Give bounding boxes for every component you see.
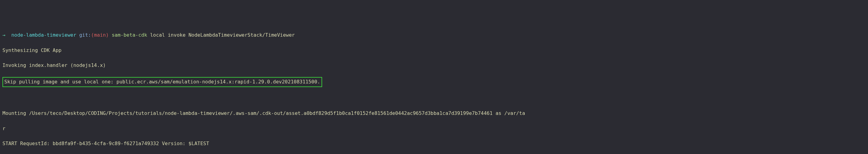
output-line: Invoking index.handler (nodejs14.x) [2, 62, 866, 69]
prompt-line[interactable]: → node-lambda-timeviewer git:(main) sam-… [2, 32, 866, 39]
green-highlight-box: Skip pulling image and use local one: pu… [2, 77, 322, 87]
command-name: sam-beta-cdk [112, 32, 147, 38]
output-line: Mounting /Users/teco/Desktop/CODING/Proj… [2, 110, 866, 117]
git-branch: main [94, 32, 106, 38]
output-line: START RequestId: bbd8fa9f-b435-4cfa-9c89… [2, 140, 866, 148]
prompt-path: node-lambda-timeviewer [11, 32, 76, 38]
highlighted-skip-pulling-line: Skip pulling image and use local one: pu… [2, 77, 866, 87]
command-args: local invoke NodeLambdaTimeviewerStack/T… [150, 32, 295, 38]
output-line [2, 95, 866, 102]
output-line: Synthesizing CDK App [2, 47, 866, 54]
git-paren-open: ( [91, 32, 94, 38]
git-label: git: [79, 32, 91, 38]
output-line: r [2, 125, 866, 132]
prompt-arrow-icon: → [2, 32, 5, 38]
git-paren-close: ) [106, 32, 109, 38]
